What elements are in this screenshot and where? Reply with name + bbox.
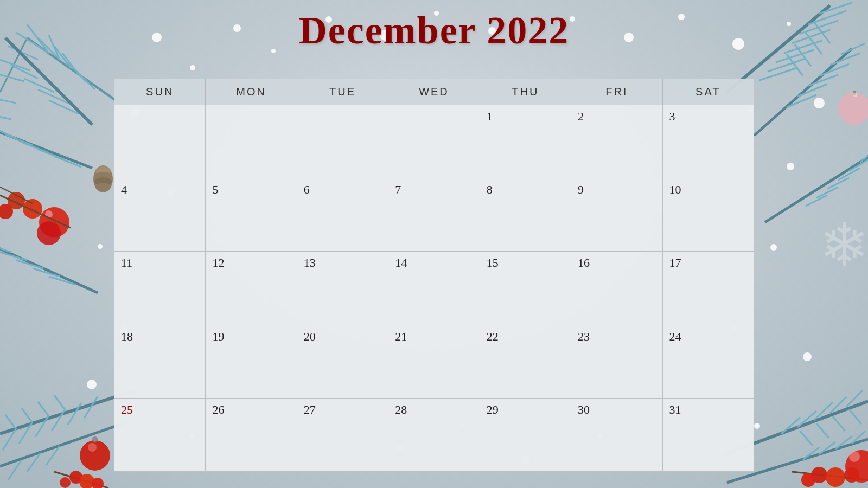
- day-number: 21: [395, 330, 407, 343]
- day-number: 17: [669, 256, 681, 269]
- calendar-day-cell[interactable]: 30: [571, 398, 662, 471]
- calendar-day-cell[interactable]: 19: [206, 325, 297, 398]
- day-number: 24: [669, 330, 681, 343]
- calendar-day-cell[interactable]: 29: [480, 398, 571, 471]
- day-number: 14: [395, 256, 407, 269]
- day-number: 9: [578, 183, 584, 196]
- calendar-week-row: 123: [114, 105, 754, 178]
- calendar-day-cell[interactable]: 6: [297, 178, 388, 252]
- header-mon: MON: [206, 79, 297, 105]
- header-thu: THU: [480, 79, 571, 105]
- day-number: 22: [487, 330, 499, 343]
- calendar-day-cell[interactable]: 21: [388, 325, 480, 398]
- calendar-day-cell[interactable]: 3: [662, 105, 754, 178]
- calendar-table: SUN MON TUE WED THU FRI SAT 123456789101…: [114, 79, 754, 472]
- calendar-week-row: 18192021222324: [114, 325, 754, 398]
- calendar-day-cell[interactable]: 25: [114, 398, 206, 471]
- day-number: 1: [487, 110, 493, 123]
- calendar-day-cell[interactable]: [297, 105, 388, 178]
- calendar-day-cell[interactable]: 15: [480, 252, 571, 325]
- day-number: 6: [304, 183, 310, 196]
- day-number: 4: [121, 183, 127, 196]
- calendar-day-cell[interactable]: 24: [662, 325, 754, 398]
- day-number: 16: [578, 256, 590, 269]
- day-number: 29: [487, 403, 499, 416]
- day-number: 20: [304, 330, 316, 343]
- calendar-day-cell[interactable]: 4: [114, 178, 206, 252]
- calendar-day-cell[interactable]: 27: [297, 398, 388, 471]
- day-number: 5: [212, 183, 218, 196]
- day-number: 27: [304, 403, 316, 416]
- day-number: 10: [669, 183, 681, 196]
- calendar-day-cell[interactable]: 23: [571, 325, 662, 398]
- calendar-day-cell[interactable]: 9: [571, 178, 662, 252]
- calendar-day-cell[interactable]: 11: [114, 252, 206, 325]
- day-number: 18: [121, 330, 133, 343]
- header-sat: SAT: [662, 79, 754, 105]
- calendar-day-cell[interactable]: 16: [571, 252, 662, 325]
- calendar-day-cell[interactable]: 12: [206, 252, 297, 325]
- day-number: 8: [487, 183, 493, 196]
- day-number: 30: [578, 403, 590, 416]
- calendar-day-cell[interactable]: 18: [114, 325, 206, 398]
- calendar-day-cell[interactable]: 8: [480, 178, 571, 252]
- calendar-day-cell[interactable]: 5: [206, 178, 297, 252]
- day-number: 28: [395, 403, 407, 416]
- day-number: 25: [121, 403, 133, 416]
- day-number: 12: [212, 256, 224, 269]
- day-number: 26: [212, 403, 224, 416]
- header-tue: TUE: [297, 79, 388, 105]
- calendar-day-cell[interactable]: 26: [206, 398, 297, 471]
- day-number: 13: [304, 256, 316, 269]
- calendar-day-cell[interactable]: [114, 105, 206, 178]
- day-number: 19: [212, 330, 224, 343]
- calendar-week-row: 25262728293031: [114, 398, 754, 471]
- calendar-day-cell[interactable]: [206, 105, 297, 178]
- day-number: 31: [669, 403, 681, 416]
- calendar-day-cell[interactable]: 2: [571, 105, 662, 178]
- calendar-title: December 2022: [114, 8, 754, 53]
- calendar-day-cell[interactable]: 28: [388, 398, 480, 471]
- calendar-day-cell[interactable]: [388, 105, 480, 178]
- header-wed: WED: [388, 79, 480, 105]
- calendar-day-cell[interactable]: 1: [480, 105, 571, 178]
- calendar-week-row: 11121314151617: [114, 252, 754, 325]
- calendar-week-row: 45678910: [114, 178, 754, 252]
- calendar-day-cell[interactable]: 22: [480, 325, 571, 398]
- day-number: 2: [578, 110, 584, 123]
- day-number: 3: [669, 110, 675, 123]
- calendar-body: 1234567891011121314151617181920212223242…: [114, 105, 754, 472]
- day-number: 7: [395, 183, 401, 196]
- day-number: 15: [487, 256, 499, 269]
- calendar-day-cell[interactable]: 14: [388, 252, 480, 325]
- header-fri: FRI: [571, 79, 662, 105]
- calendar-day-cell[interactable]: 7: [388, 178, 480, 252]
- header-sun: SUN: [114, 79, 206, 105]
- day-number: 23: [578, 330, 590, 343]
- calendar-day-cell[interactable]: 13: [297, 252, 388, 325]
- calendar-day-cell[interactable]: 31: [662, 398, 754, 471]
- day-headers-row: SUN MON TUE WED THU FRI SAT: [114, 79, 754, 105]
- calendar-day-cell[interactable]: 17: [662, 252, 754, 325]
- calendar-container: December 2022 SUN MON TUE WED THU FRI SA…: [114, 79, 754, 472]
- day-number: 11: [121, 256, 132, 269]
- calendar-day-cell[interactable]: 10: [662, 178, 754, 252]
- calendar-day-cell[interactable]: 20: [297, 325, 388, 398]
